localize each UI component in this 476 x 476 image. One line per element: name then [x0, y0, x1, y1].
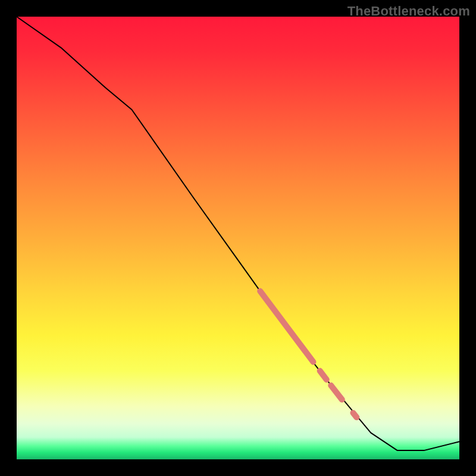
highlight-segment: [331, 386, 342, 400]
chart-svg: [17, 17, 459, 459]
highlight-segment: [320, 371, 327, 380]
chart-stage: TheBottleneck.com: [0, 0, 476, 476]
highlight-segment: [353, 413, 356, 417]
highlight-segment: [260, 291, 313, 362]
curve-path: [17, 17, 459, 450]
series-layer: [17, 17, 459, 450]
